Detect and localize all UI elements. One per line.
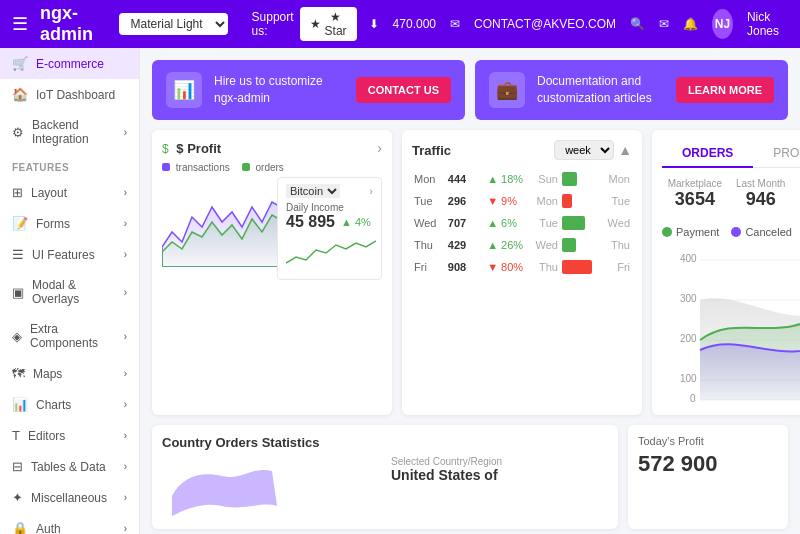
svg-text:300: 300 [680, 293, 697, 304]
sidebar-extra-label: Extra Components [30, 322, 116, 350]
bitcoin-more-icon[interactable]: › [369, 185, 373, 197]
svg-text:200: 200 [680, 333, 697, 344]
learn-more-button[interactable]: LEARN MORE [676, 77, 774, 103]
traffic-day: Fri [412, 256, 446, 278]
profit-more-icon[interactable]: › [377, 140, 382, 156]
traffic-card: Traffic week ▲ Mon 444 ▲ 18% Sun Mon [402, 130, 642, 415]
traffic-title: Traffic [412, 143, 451, 158]
traffic-controls: week ▲ [554, 140, 632, 160]
sidebar-item-maps[interactable]: 🗺 Maps › [0, 358, 139, 389]
cards-row: $ $ Profit › transactions orders [152, 130, 788, 415]
orders-stat-value: 654 [794, 189, 800, 210]
sidebar-item-layout[interactable]: ⊞ Layout › [0, 177, 139, 208]
mail-icon: ✉ [450, 17, 460, 31]
menu-icon[interactable]: ☰ [12, 13, 28, 35]
daily-income-pct: ▲ 4% [341, 216, 371, 228]
canceled-dot [731, 227, 741, 237]
chevron-right-icon-charts: › [124, 399, 127, 410]
star-icon: ★ [310, 17, 321, 31]
avatar[interactable]: NJ [712, 9, 733, 39]
sidebar-auth-label: Auth [36, 522, 61, 535]
sidebar-item-tables[interactable]: ⊟ Tables & Data › [0, 451, 139, 482]
chevron-right-icon-layout: › [124, 187, 127, 198]
sidebar-ecommerce-label: E-commerce [36, 57, 104, 71]
contact-us-button[interactable]: CONTACT US [356, 77, 451, 103]
traffic-compare-val: Thu [598, 234, 632, 256]
traffic-compare-val: Fri [598, 256, 632, 278]
banners-section: 📊 Hire us to customize ngx-admin CONTACT… [152, 60, 788, 120]
sidebar-item-modal[interactable]: ▣ Modal & Overlays › [0, 270, 139, 314]
traffic-pct: ▼ 80% [485, 256, 530, 278]
sidebar-item-misc[interactable]: ✦ Miscellaneous › [0, 482, 139, 513]
traffic-value: 429 [446, 234, 485, 256]
bitcoin-mini-chart [286, 235, 376, 270]
orders-panel: ORDERS PROFIT Marketplace 3654 Last Mont… [652, 130, 800, 415]
chevron-right-icon-tables: › [124, 461, 127, 472]
sidebar-item-ecommerce[interactable]: 🛒 E-commerce [0, 48, 139, 79]
chevron-right-icon-modal: › [124, 287, 127, 298]
traffic-expand-icon[interactable]: ▲ [618, 142, 632, 158]
sidebar-item-ui-features[interactable]: ☰ UI Features › [0, 239, 139, 270]
chevron-right-icon-misc: › [124, 492, 127, 503]
orders-stat-label: Last Week [794, 178, 800, 189]
layout-icon: ⊞ [12, 185, 23, 200]
sidebar-forms-label: Forms [36, 217, 70, 231]
star-button[interactable]: ★ ★ Star [300, 7, 357, 41]
orders-stat-label: Last Month [728, 178, 794, 189]
sidebar-modal-label: Modal & Overlays [32, 278, 116, 306]
sidebar-item-editors[interactable]: T Editors › [0, 420, 139, 451]
traffic-mini-bar-cell [560, 212, 598, 234]
misc-icon: ✦ [12, 490, 23, 505]
tab-profit[interactable]: PROFIT [753, 140, 800, 168]
profit-chart-svg [162, 177, 290, 267]
sidebar-item-charts[interactable]: 📊 Charts › [0, 389, 139, 420]
search-icon[interactable]: 🔍 [630, 17, 645, 31]
traffic-mini-bar [562, 172, 577, 186]
sidebar-item-forms[interactable]: 📝 Forms › [0, 208, 139, 239]
sidebar-item-iot[interactable]: 🏠 IoT Dashboard [0, 79, 139, 110]
bell-icon[interactable]: 🔔 [683, 17, 698, 31]
tab-orders[interactable]: ORDERS [662, 140, 753, 168]
svg-text:400: 400 [680, 253, 697, 264]
ui-icon: ☰ [12, 247, 24, 262]
legend-transactions: transactions [162, 162, 230, 173]
country-card: Country Orders Statistics Selected Count… [152, 425, 618, 529]
traffic-period-selector[interactable]: week [554, 140, 614, 160]
sidebar-iot-label: IoT Dashboard [36, 88, 115, 102]
banner-docs-text: Documentation and customization articles [537, 73, 664, 107]
orders-chart: 400 300 200 100 0 [662, 250, 800, 405]
cart-icon: 🛒 [12, 56, 28, 71]
chevron-right-icon-ui: › [124, 249, 127, 260]
orders-chart-svg: 400 300 200 100 0 [662, 250, 800, 405]
banner-customize-icon: 📊 [166, 72, 202, 108]
app-logo: ngx-admin [40, 3, 99, 45]
bottom-row: Country Orders Statistics Selected Count… [152, 425, 788, 529]
traffic-table-row: Mon 444 ▲ 18% Sun Mon [412, 168, 632, 190]
theme-selector[interactable]: Material Light [119, 13, 228, 35]
legend-orders: orders [242, 162, 284, 173]
orders-stat-label: Marketplace [662, 178, 728, 189]
orders-stat-item: Last Month 946 [728, 178, 794, 210]
header-actions: ⬇ 470.000 ✉ CONTACT@AKVEO.COM 🔍 ✉ 🔔 NJ N… [369, 9, 788, 39]
traffic-mini-bar-cell [560, 168, 598, 190]
download-icon: ⬇ [369, 17, 379, 31]
bitcoin-selector[interactable]: Bitcoin [286, 184, 340, 198]
sidebar-item-backend[interactable]: ⚙ Backend Integration › [0, 110, 139, 154]
sidebar-item-extra[interactable]: ◈ Extra Components › [0, 314, 139, 358]
profit-card: $ $ Profit › transactions orders [152, 130, 392, 415]
backend-icon: ⚙ [12, 125, 24, 140]
chevron-right-icon-editors: › [124, 430, 127, 441]
sidebar-layout-label: Layout [31, 186, 67, 200]
svg-text:0: 0 [690, 393, 696, 404]
main-content: 📊 Hire us to customize ngx-admin CONTACT… [140, 48, 800, 534]
traffic-table-row: Wed 707 ▲ 6% Tue Wed [412, 212, 632, 234]
traffic-compare-day: Tue [530, 212, 560, 234]
traffic-compare-val: Wed [598, 212, 632, 234]
todays-profit-label: Today's Profit [638, 435, 778, 447]
charts-icon: 📊 [12, 397, 28, 412]
envelope-icon[interactable]: ✉ [659, 17, 669, 31]
traffic-compare-day: Wed [530, 234, 560, 256]
sidebar-item-auth[interactable]: 🔒 Auth › [0, 513, 139, 534]
username: Nick Jones [747, 10, 788, 38]
banner-customize: 📊 Hire us to customize ngx-admin CONTACT… [152, 60, 465, 120]
